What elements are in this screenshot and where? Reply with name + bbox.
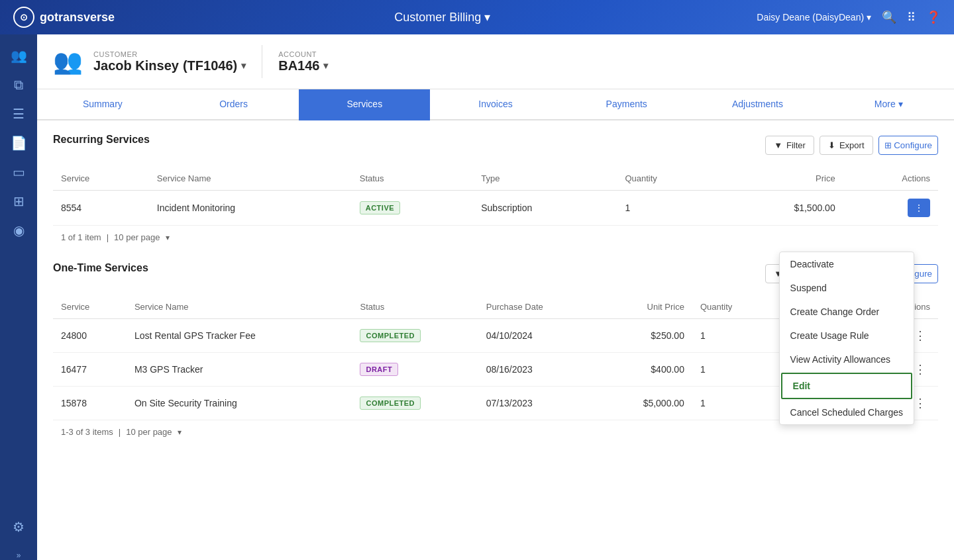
tab-orders[interactable]: Orders [168, 89, 299, 120]
filter-icon: ▼ [774, 140, 782, 150]
ot-quantity-1: 1 [692, 353, 771, 387]
recurring-services-header: Recurring Services ▼ Filter ⬇ Export ⊞ C… [53, 134, 938, 156]
ot-service-status-2: COMPLETED [352, 387, 478, 420]
sidebar-item-settings[interactable]: ⚙ [5, 514, 32, 540]
account-label: ACCOUNT [278, 50, 328, 58]
ot-service-name-0: Lost Rental GPS Tracker Fee [127, 319, 352, 353]
help-icon[interactable]: ❓ [926, 10, 941, 24]
account-info: ACCOUNT BA146 ▾ [278, 50, 328, 73]
context-menu-suspend[interactable]: Suspend [780, 276, 914, 300]
context-menu-deactivate[interactable]: Deactivate [780, 252, 914, 276]
tab-adjustments[interactable]: Adjustments [692, 89, 823, 120]
context-menu-edit[interactable]: Edit [781, 373, 912, 399]
service-id: 8554 [53, 191, 149, 226]
per-page-dropdown[interactable]: ▾ [166, 233, 170, 242]
export-icon: ⬇ [828, 140, 835, 150]
sidebar-item-people[interactable]: 👥 [5, 42, 32, 69]
ot-unit-price-0: $250.00 [598, 319, 692, 353]
account-id[interactable]: BA146 ▾ [278, 58, 328, 73]
tab-payments[interactable]: Payments [561, 89, 692, 120]
ot-service-name-1: M3 GPS Tracker [127, 353, 352, 387]
recurring-configure-button[interactable]: ⊞ Configure [878, 136, 939, 155]
ot-purchase-date-1: 08/16/2023 [478, 353, 598, 387]
ot-quantity-2: 1 [692, 387, 771, 420]
table-row: 8554 Incident Monitoring ACTIVE Subscrip… [53, 191, 938, 226]
service-status: ACTIVE [352, 191, 473, 226]
header-divider [262, 45, 262, 78]
grid-icon[interactable]: ⠿ [907, 10, 916, 24]
col-type: Type [473, 167, 617, 191]
col-status: Status [352, 167, 473, 191]
ot-col-service: Service [53, 295, 127, 319]
sidebar-expand-button[interactable]: » [17, 551, 21, 560]
recurring-export-button[interactable]: ⬇ Export [820, 136, 873, 155]
col-service: Service [53, 167, 149, 191]
ot-col-unit-price: Unit Price [598, 295, 692, 319]
logo-text: gotransverse [40, 11, 115, 24]
top-nav-right: Daisy Deane (DaisyDean) ▾ 🔍 ⠿ ❓ [757, 10, 954, 24]
ot-unit-price-1: $400.00 [598, 353, 692, 387]
actions-button[interactable]: ⋮ [908, 199, 930, 217]
customer-header: 👥 CUSTOMER Jacob Kinsey (TF1046) ▾ ACCOU… [37, 34, 954, 89]
sidebar-item-calculator[interactable]: ⊞ [5, 188, 32, 214]
customer-name[interactable]: Jacob Kinsey (TF1046) ▾ [93, 58, 246, 73]
sidebar: 👥 ⧉ ☰ 📄 ▭ ⊞ ◉ ⚙ » [0, 34, 37, 560]
sidebar-item-palette[interactable]: ◉ [5, 217, 32, 244]
user-menu[interactable]: Daisy Deane (DaisyDean) ▾ [757, 12, 871, 23]
logo-icon: ⊙ [13, 7, 34, 28]
ot-col-service-name: Service Name [127, 295, 352, 319]
ot-col-quantity: Quantity [692, 295, 771, 319]
col-price: Price [720, 167, 843, 191]
context-menu: Deactivate Suspend Create Change Order C… [779, 252, 914, 425]
ot-service-id-1: 16477 [53, 353, 127, 387]
search-icon[interactable]: 🔍 [882, 10, 896, 24]
tab-summary[interactable]: Summary [37, 89, 168, 120]
account-dropdown-arrow[interactable]: ▾ [323, 60, 328, 71]
recurring-filter-button[interactable]: ▼ Filter [765, 136, 814, 155]
top-navigation: ⊙ gotransverse Customer Billing ▾ Daisy … [0, 0, 954, 34]
service-price: $1,500.00 [720, 191, 843, 226]
recurring-services-title: Recurring Services [53, 134, 150, 146]
recurring-pagination: 1 of 1 item | 10 per page ▾ [53, 226, 938, 249]
context-menu-cancel-scheduled[interactable]: Cancel Scheduled Charges [780, 400, 914, 424]
ot-unit-price-2: $5,000.00 [598, 387, 692, 420]
customer-info: CUSTOMER Jacob Kinsey (TF1046) ▾ [93, 50, 246, 73]
service-quantity: 1 [617, 191, 720, 226]
sidebar-item-copy[interactable]: ⧉ [5, 71, 32, 98]
ot-purchase-date-0: 04/10/2024 [478, 319, 598, 353]
logo[interactable]: ⊙ gotransverse [0, 7, 128, 28]
tab-more[interactable]: More ▾ [823, 89, 954, 120]
ot-col-status: Status [352, 295, 478, 319]
ot-purchase-date-2: 07/13/2023 [478, 387, 598, 420]
tab-services[interactable]: Services [299, 89, 430, 120]
ot-quantity-0: 1 [692, 319, 771, 353]
one-time-services-title: One-Time Services [53, 262, 148, 274]
service-actions[interactable]: ⋮ [843, 191, 938, 226]
context-menu-view-activity[interactable]: View Activity Allowances [780, 348, 914, 371]
customer-avatar-icon: 👥 [53, 48, 83, 75]
ot-service-name-2: On Site Security Training [127, 387, 352, 420]
service-type: Subscription [473, 191, 617, 226]
context-menu-create-usage-rule[interactable]: Create Usage Rule [780, 324, 914, 348]
service-name: Incident Monitoring [149, 191, 352, 226]
sidebar-item-card[interactable]: ▭ [5, 159, 32, 185]
ot-per-page-dropdown[interactable]: ▾ [178, 428, 182, 437]
sidebar-item-list[interactable]: ☰ [5, 101, 32, 127]
recurring-services-section: Recurring Services ▼ Filter ⬇ Export ⊞ C… [37, 120, 954, 262]
customer-label: CUSTOMER [93, 50, 246, 58]
col-actions: Actions [843, 167, 938, 191]
ot-service-status-0: COMPLETED [352, 319, 478, 353]
ot-service-id-2: 15878 [53, 387, 127, 420]
ot-service-id-0: 24800 [53, 319, 127, 353]
page-title[interactable]: Customer Billing ▾ [128, 10, 757, 24]
ot-col-purchase-date: Purchase Date [478, 295, 598, 319]
context-menu-create-change-order[interactable]: Create Change Order [780, 300, 914, 324]
tab-bar: Summary Orders Services Invoices Payment… [37, 89, 954, 120]
tab-invoices[interactable]: Invoices [430, 89, 561, 120]
ot-service-status-1: DRAFT [352, 353, 478, 387]
customer-dropdown-arrow[interactable]: ▾ [241, 60, 246, 71]
col-quantity: Quantity [617, 167, 720, 191]
col-service-name: Service Name [149, 167, 352, 191]
configure-icon: ⊞ [884, 140, 892, 150]
sidebar-item-document[interactable]: 📄 [5, 130, 32, 156]
